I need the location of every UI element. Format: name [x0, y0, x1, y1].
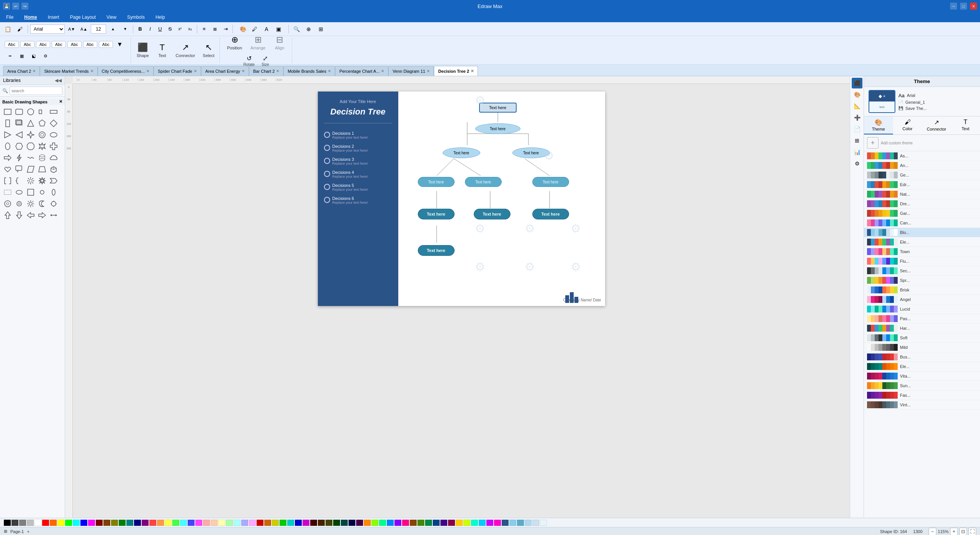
text-tool-btn[interactable]: T Text: [153, 41, 172, 60]
palette-color[interactable]: [371, 520, 378, 526]
palette-color[interactable]: [494, 520, 501, 526]
palette-color[interactable]: [502, 520, 509, 526]
palette-color[interactable]: [364, 520, 371, 526]
tab-mobile-brands[interactable]: Mobile Brands Sales ✕: [283, 66, 335, 76]
style-preset-2[interactable]: Abc: [20, 41, 34, 48]
connector-tool-btn[interactable]: ↗ Connector: [172, 41, 199, 60]
style-preset-3[interactable]: Abc: [36, 41, 50, 48]
palette-color[interactable]: [356, 520, 363, 526]
theme-row-12[interactable]: Sec...: [864, 266, 980, 276]
fit-page-btn[interactable]: ⊡: [959, 528, 967, 535]
shape-cylinder[interactable]: [37, 152, 47, 163]
tab-bar-chart[interactable]: Bar Chart 2 ✕: [249, 66, 283, 76]
shape-chevron[interactable]: [48, 175, 59, 186]
connection-btn[interactable]: ⚙: [40, 51, 51, 61]
theme-card-current[interactable]: ◆ ★ text: [869, 90, 895, 113]
shape-parallelogram[interactable]: [25, 164, 36, 175]
nav-insert-btn[interactable]: ➕: [852, 112, 862, 123]
palette-color[interactable]: [80, 520, 87, 526]
decision-1[interactable]: Decisions 1 Replace your text here!: [324, 131, 392, 139]
close-btn[interactable]: ✕: [970, 3, 977, 10]
close-icon[interactable]: ✕: [276, 69, 279, 73]
tab-percentage[interactable]: Percentage Chart A... ✕: [335, 66, 388, 76]
palette-color[interactable]: [326, 520, 332, 526]
shape-arrow-left[interactable]: [25, 210, 36, 221]
shape-rect[interactable]: [2, 106, 13, 117]
theme-row-5[interactable]: Dre...: [864, 199, 980, 209]
rp-tab-connector[interactable]: ↗ Connector: [922, 116, 951, 134]
close-icon[interactable]: ✕: [242, 69, 245, 73]
theme-row-10[interactable]: Town: [864, 247, 980, 257]
style-preset-5[interactable]: Abc: [67, 41, 82, 48]
shape-octagon[interactable]: [25, 141, 36, 152]
shape-oval-h2[interactable]: [14, 187, 25, 198]
shape-circle[interactable]: [25, 106, 36, 117]
tab-venn[interactable]: Venn Diagram 11 ✕: [388, 66, 434, 76]
increase-font-btn[interactable]: A▲: [79, 24, 89, 34]
node-3[interactable]: Text here: [442, 147, 481, 159]
font-option[interactable]: Aa Arial: [898, 93, 927, 98]
shape-gear2[interactable]: [14, 198, 25, 209]
shape-cross[interactable]: [48, 141, 59, 152]
node-8[interactable]: Text here: [417, 208, 455, 220]
theme-row-23[interactable]: Vita...: [864, 371, 980, 381]
rp-tab-theme[interactable]: 🎨 Theme: [864, 116, 893, 134]
zoom-out-btn[interactable]: −: [929, 528, 936, 535]
page-add-btn[interactable]: +: [27, 529, 29, 534]
shape-rect-outline[interactable]: [2, 187, 13, 198]
decision-3[interactable]: Decisions 3 Replace your text here!: [324, 157, 392, 165]
palette-color[interactable]: [540, 520, 547, 526]
palette-color[interactable]: [65, 520, 72, 526]
palette-color[interactable]: [509, 520, 516, 526]
nav-chart-btn[interactable]: 📊: [852, 147, 862, 157]
italic-btn[interactable]: I: [146, 25, 155, 34]
palette-color[interactable]: [57, 520, 64, 526]
shape-arrow-right[interactable]: [2, 152, 13, 163]
shape-lightning[interactable]: [14, 152, 25, 163]
palette-color[interactable]: [88, 520, 95, 526]
undo-btn[interactable]: ↩: [12, 3, 19, 10]
shape-arrow-down[interactable]: [14, 210, 25, 221]
palette-color[interactable]: [157, 520, 164, 526]
shape-bracket[interactable]: [2, 175, 13, 186]
palette-color[interactable]: [280, 520, 286, 526]
shape-gear[interactable]: [25, 175, 36, 186]
theme-row-18[interactable]: Har...: [864, 324, 980, 333]
nav-custom-btn[interactable]: ⚙: [852, 158, 862, 169]
shape-rounded-rect[interactable]: [14, 106, 25, 117]
palette-color[interactable]: [119, 520, 126, 526]
palette-color[interactable]: [463, 520, 470, 526]
theme-row-6[interactable]: Gar...: [864, 209, 980, 218]
fullscreen-btn[interactable]: ⛶: [969, 528, 976, 535]
theme-row-20[interactable]: Mild: [864, 343, 980, 352]
palette-color[interactable]: [440, 520, 447, 526]
palette-color[interactable]: [318, 520, 325, 526]
palette-color[interactable]: [333, 520, 340, 526]
shape-diamond[interactable]: [48, 118, 59, 129]
fill-btn[interactable]: ▦: [16, 51, 27, 61]
decision-6[interactable]: Decisions 6 Replace your text here!: [324, 196, 392, 205]
theme-row-7[interactable]: Can...: [864, 218, 980, 228]
find-btn[interactable]: 🔍: [291, 24, 302, 34]
close-icon[interactable]: ✕: [381, 69, 384, 73]
palette-color[interactable]: [456, 520, 463, 526]
redo-btn[interactable]: ↪: [21, 3, 28, 10]
shape-starburst[interactable]: [48, 198, 59, 209]
section-collapse-icon[interactable]: ✕: [59, 99, 62, 104]
theme-row-21[interactable]: Bus...: [864, 352, 980, 362]
palette-color[interactable]: [249, 520, 256, 526]
style-preset-7[interactable]: Abc: [99, 41, 113, 48]
palette-color[interactable]: [257, 520, 263, 526]
canvas-area[interactable]: 0 40 80 120 160 200 240 280 320 360 400 …: [65, 76, 850, 518]
shape-triangle-up[interactable]: [25, 118, 36, 129]
theme-row-26[interactable]: Vint...: [864, 400, 980, 410]
palette-color[interactable]: [195, 520, 202, 526]
decision-4[interactable]: Decisions 4 Replace your text here!: [324, 170, 392, 178]
palette-color[interactable]: [264, 520, 271, 526]
decision-5[interactable]: Decisions 5 Replace your text here!: [324, 183, 392, 191]
tab-decision-tree[interactable]: Decision Tree 2 ✕: [434, 66, 478, 76]
palette-color[interactable]: [379, 520, 386, 526]
diagram-page[interactable]: Add Your Title Here Decision Tree Decisi…: [318, 92, 605, 306]
canvas-content[interactable]: Add Your Title Here Decision Tree Decisi…: [73, 84, 850, 518]
font-inc-btn[interactable]: ▲: [108, 24, 118, 34]
